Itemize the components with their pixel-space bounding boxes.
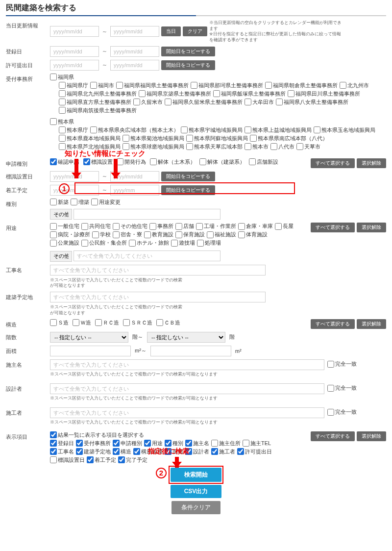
cb-item[interactable]	[59, 99, 66, 105]
area-to[interactable]	[150, 346, 231, 356]
cb-item[interactable]	[50, 158, 57, 165]
cb-item[interactable]	[50, 319, 57, 326]
cb-item[interactable]	[71, 199, 77, 205]
cb-item[interactable]	[275, 223, 282, 230]
cb-item[interactable]	[197, 240, 204, 247]
cb-item[interactable]	[211, 440, 218, 447]
csv-button[interactable]: CSV出力	[171, 485, 222, 498]
start-date-from[interactable]	[50, 185, 99, 196]
cb-item[interactable]	[196, 223, 203, 230]
cb-item[interactable]	[59, 126, 66, 133]
update-date-from[interactable]	[50, 26, 99, 37]
btn-copy-start-start[interactable]: 開始日をコピーする	[161, 185, 215, 195]
cb-item[interactable]	[50, 456, 57, 463]
area-from[interactable]	[50, 346, 131, 356]
btn-usage-all[interactable]: すべて選択する	[311, 223, 355, 232]
btn-copy-start-permit[interactable]: 開始日をコピーする	[161, 60, 215, 70]
cb-item[interactable]	[191, 82, 197, 89]
cb-item[interactable]	[76, 448, 83, 455]
cb-item[interactable]	[90, 126, 97, 133]
owner-input[interactable]	[50, 359, 324, 370]
cb-item[interactable]	[50, 440, 57, 447]
permit-date-from[interactable]	[50, 60, 99, 71]
cb-item[interactable]	[238, 223, 245, 230]
cb-item[interactable]	[50, 231, 57, 238]
cb-item[interactable]	[123, 319, 130, 326]
cb-item[interactable]	[92, 231, 99, 238]
floors-to[interactable]: -- 指定しない --	[147, 332, 225, 343]
btn-display-all[interactable]: すべて選択する	[311, 431, 355, 441]
cb-item[interactable]	[113, 231, 120, 238]
reg-date-to[interactable]	[110, 46, 159, 57]
cb-item[interactable]	[250, 135, 257, 142]
cb-item[interactable]	[76, 440, 83, 447]
cb-item[interactable]	[207, 231, 214, 238]
cb-item[interactable]	[81, 223, 88, 230]
cb-item[interactable]	[50, 199, 57, 205]
btn-usage-clear[interactable]: 選択解除	[357, 223, 386, 232]
btn-structure-all[interactable]: すべて選択する	[311, 319, 355, 329]
cb-item[interactable]	[83, 158, 90, 165]
cb-item[interactable]	[199, 158, 206, 165]
btn-today[interactable]: 当日	[161, 26, 181, 36]
clear-button[interactable]: 条件クリア	[172, 501, 220, 514]
cb-item[interactable]	[129, 240, 136, 247]
cb-item[interactable]	[81, 240, 88, 247]
cb-fukuoka[interactable]	[50, 74, 57, 80]
btn-copy-start-reg[interactable]: 開始日をコピーする	[161, 47, 215, 56]
btn-apptype-clear[interactable]: 選択解除	[357, 158, 386, 168]
cb-item[interactable]	[340, 82, 346, 89]
cb-item[interactable]	[211, 448, 218, 455]
cb-item[interactable]	[245, 99, 251, 105]
cb-item[interactable]	[59, 107, 66, 114]
cb-item[interactable]	[73, 319, 79, 326]
cb-item[interactable]	[181, 126, 188, 133]
cb-item[interactable]	[175, 231, 182, 238]
cb-item[interactable]	[144, 231, 151, 238]
reg-date-from[interactable]	[50, 46, 99, 57]
cb-item[interactable]	[276, 99, 283, 105]
btn-apptype-all[interactable]: すべて選択する	[311, 158, 355, 168]
cb-item[interactable]	[165, 440, 172, 447]
cb-contractor-exact[interactable]	[327, 409, 334, 416]
permit-date-to[interactable]	[110, 60, 159, 71]
cb-item[interactable]	[50, 448, 57, 455]
cb-item[interactable]	[116, 82, 123, 89]
cb-display-head[interactable]	[50, 431, 57, 438]
cb-item[interactable]	[122, 135, 129, 142]
cb-item[interactable]	[149, 223, 156, 230]
cb-item[interactable]	[175, 223, 182, 230]
work-name-input[interactable]	[50, 265, 266, 276]
cb-item[interactable]	[243, 440, 249, 447]
cb-item[interactable]	[265, 82, 272, 89]
btn-clear-date[interactable]: クリア	[183, 26, 207, 36]
cb-item[interactable]	[113, 440, 120, 447]
contractor-input[interactable]	[50, 407, 324, 418]
cb-item[interactable]	[296, 143, 303, 150]
cb-item[interactable]	[113, 448, 120, 455]
cb-item[interactable]	[91, 199, 98, 205]
cb-item[interactable]	[171, 240, 178, 247]
cb-item[interactable]	[117, 158, 123, 165]
update-date-to[interactable]	[110, 26, 159, 37]
cb-item[interactable]	[213, 90, 220, 97]
kind-other-input[interactable]	[74, 209, 220, 220]
cb-item[interactable]	[245, 143, 251, 150]
cb-item[interactable]	[59, 82, 66, 89]
cb-item[interactable]	[314, 126, 320, 133]
cb-item[interactable]	[185, 440, 192, 447]
btn-copy-start-sign[interactable]: 開始日をコピーする	[161, 172, 215, 181]
floors-from[interactable]: -- 指定しない --	[50, 332, 128, 343]
cb-item[interactable]	[150, 158, 157, 165]
cb-item[interactable]	[133, 448, 140, 455]
cb-item[interactable]	[133, 99, 140, 105]
cb-item[interactable]	[270, 143, 277, 150]
cb-item[interactable]	[50, 240, 57, 247]
cb-item[interactable]	[87, 456, 94, 463]
btn-structure-clear[interactable]: 選択解除	[357, 319, 386, 329]
cb-item[interactable]	[249, 158, 256, 165]
cb-item[interactable]	[144, 440, 151, 447]
cb-designer-exact[interactable]	[327, 385, 334, 392]
usage-other-input[interactable]	[74, 250, 220, 261]
designer-input[interactable]	[50, 383, 324, 394]
